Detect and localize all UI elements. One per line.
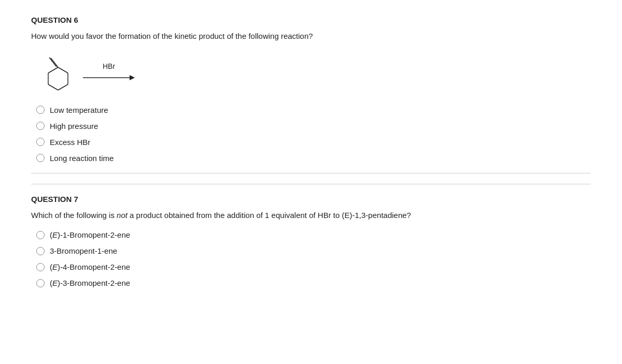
q6-option-2-label: High pressure [50, 122, 98, 130]
q7-option-2-label: 3-Bromopent-1-ene [50, 246, 117, 255]
q6-option-1[interactable]: Low temperature [36, 106, 591, 114]
page: QUESTION 6 How would you favor the forma… [0, 0, 622, 310]
q6-options-list: Low temperature High pressure Excess HBr… [36, 106, 591, 163]
q7-radio-4[interactable] [36, 279, 45, 287]
q6-radio-3[interactable] [36, 138, 45, 146]
q7-radio-1[interactable] [36, 231, 45, 239]
q7-option-1[interactable]: (E)-1-Bromopent-2-ene [36, 230, 591, 239]
q7-option-1-label: (E)-1-Bromopent-2-ene [50, 230, 130, 239]
q7-option-4[interactable]: (E)-3-Bromopent-2-ene [36, 279, 591, 287]
q7-option-3-label: (E)-4-Bromopent-2-ene [50, 263, 130, 271]
q7-option-2[interactable]: 3-Bromopent-1-ene [36, 246, 591, 255]
svg-line-5 [48, 67, 58, 73]
q7-option-3[interactable]: (E)-4-Bromopent-2-ene [36, 263, 591, 271]
svg-line-3 [48, 84, 58, 90]
q6-radio-4[interactable] [36, 154, 45, 162]
q7-radio-3[interactable] [36, 263, 45, 271]
arrow-line [83, 72, 135, 83]
question-7-block: QUESTION 7 Which of the following is not… [31, 195, 591, 288]
divider-1 [31, 173, 591, 173]
q7-radio-2[interactable] [36, 247, 45, 255]
q7-option-4-label: (E)-3-Bromopent-2-ene [50, 279, 130, 287]
question-7-title: QUESTION 7 [31, 195, 591, 203]
reagent-label: HBr [103, 62, 115, 70]
q6-option-1-label: Low temperature [50, 106, 108, 114]
q6-option-4-label: Long reaction time [50, 154, 114, 163]
q6-option-3-label: Excess HBr [50, 138, 90, 147]
question-6-title: QUESTION 6 [31, 16, 591, 24]
svg-marker-9 [130, 75, 135, 80]
q7-text-start: Which of the following is [31, 211, 117, 220]
svg-line-2 [58, 84, 68, 90]
divider-2 [31, 184, 591, 184]
q7-options-list: (E)-1-Bromopent-2-ene 3-Bromopent-1-ene … [36, 230, 591, 287]
q6-radio-2[interactable] [36, 122, 45, 130]
q7-text-end: a product obtained from the addition of … [128, 211, 411, 220]
svg-line-6 [51, 58, 58, 67]
reaction-arrow [83, 72, 135, 83]
question-7-text: Which of the following is not a product … [31, 210, 591, 222]
question-6-block: QUESTION 6 How would you favor the forma… [31, 16, 591, 163]
q6-option-2[interactable]: High pressure [36, 122, 591, 130]
q6-radio-1[interactable] [36, 106, 45, 114]
question-6-text: How would you favor the formation of the… [31, 31, 591, 42]
svg-line-0 [58, 67, 68, 73]
q6-option-4[interactable]: Long reaction time [36, 154, 591, 163]
arrow-area: HBr [83, 62, 135, 83]
molecule-svg [36, 52, 78, 93]
reaction-diagram: HBr [36, 52, 591, 93]
q7-text-italic: not [117, 211, 128, 220]
svg-line-7 [49, 57, 56, 67]
q6-option-3[interactable]: Excess HBr [36, 138, 591, 147]
